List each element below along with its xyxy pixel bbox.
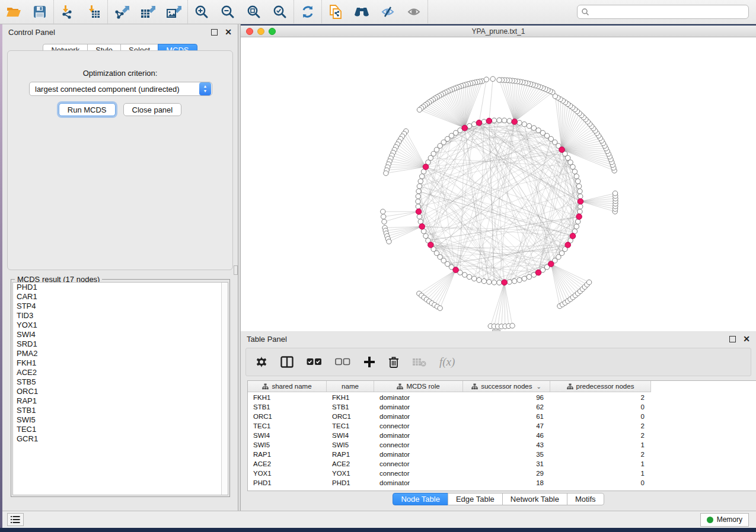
mcds-result-item[interactable]: TEC1 <box>13 425 228 434</box>
table-cell: ORC1 <box>327 413 374 420</box>
table-cell: 96 <box>463 394 550 401</box>
mcds-list-scrollbar[interactable] <box>221 283 228 495</box>
table-cell: ACE2 <box>327 460 374 467</box>
deselect-all-button[interactable] <box>335 358 350 366</box>
show-columns-button[interactable] <box>280 356 294 368</box>
zoom-out-button[interactable] <box>219 3 237 21</box>
mcds-result-item[interactable]: RAP1 <box>13 396 228 406</box>
delete-column-button[interactable] <box>388 356 399 368</box>
gear-icon <box>256 356 267 368</box>
table-row[interactable]: FKH1FKH1dominator962 <box>248 393 756 402</box>
table-cell: YOX1 <box>327 470 374 477</box>
close-panel-icon[interactable]: ✕ <box>225 28 232 36</box>
float-table-panel-icon[interactable] <box>729 336 736 342</box>
mcds-result-item[interactable]: PMA2 <box>13 349 228 358</box>
table-row[interactable]: TEC1TEC1connector472 <box>248 421 756 431</box>
table-row[interactable]: SWI5SWI5connector431 <box>248 440 756 450</box>
column-header-predecessor-nodes[interactable]: predecessor nodes <box>550 381 651 392</box>
task-history-button[interactable] <box>7 513 24 526</box>
zoom-fit-button[interactable] <box>245 3 263 21</box>
clone-network-button[interactable] <box>327 3 344 21</box>
memory-button[interactable]: Memory <box>700 513 749 527</box>
tab-network-table[interactable]: Network Table <box>502 493 567 505</box>
column-header-mcds-role[interactable]: MCDS role <box>374 381 463 392</box>
tab-motifs[interactable]: Motifs <box>567 493 604 505</box>
select-all-button[interactable] <box>307 358 322 366</box>
zoom-selected-icon <box>273 5 287 19</box>
tab-node-table[interactable]: Node Table <box>393 493 448 505</box>
mcds-result-item[interactable]: ORC1 <box>13 387 228 396</box>
mcds-result-item[interactable]: GCR1 <box>13 434 228 444</box>
export-table-button[interactable] <box>139 3 157 21</box>
criterion-dropdown[interactable]: largest connected component (undirected)… <box>29 82 212 96</box>
table-row[interactable]: SWI4SWI4dominator462 <box>248 431 756 440</box>
search-input[interactable] <box>592 8 745 16</box>
mcds-result-item[interactable]: STB5 <box>13 377 228 387</box>
zoom-in-button[interactable] <box>193 3 210 21</box>
column-settings-button[interactable] <box>256 356 267 368</box>
column-header-name[interactable]: name <box>327 381 374 392</box>
save-session-button[interactable] <box>31 3 49 21</box>
main-toolbar <box>0 0 756 24</box>
table-row[interactable]: YOX1YOX1connector291 <box>248 469 756 478</box>
table-cell: ACE2 <box>248 460 327 467</box>
attribute-type-icon <box>397 383 403 390</box>
run-mcds-button[interactable]: Run MCDS <box>59 103 116 116</box>
vertical-splitter-handle[interactable] <box>234 265 238 275</box>
mcds-result-item[interactable]: ACE2 <box>13 368 228 377</box>
memory-status-icon <box>707 517 713 523</box>
table-row[interactable]: ORC1ORC1dominator610 <box>248 412 756 421</box>
mcds-result-item[interactable]: CAR1 <box>13 292 228 302</box>
show-all-button[interactable] <box>405 3 423 21</box>
table-header: shared namenameMCDS rolesuccessor nodes⌄… <box>248 381 651 392</box>
mcds-result-item[interactable]: SRD1 <box>13 339 228 349</box>
mcds-result-item[interactable]: FKH1 <box>13 358 228 368</box>
zoom-selected-button[interactable] <box>271 3 289 21</box>
delete-table-button[interactable] <box>412 357 426 367</box>
import-network-button[interactable] <box>59 3 76 21</box>
sort-indicator-icon: ⌄ <box>536 383 541 390</box>
table-row[interactable]: PHD1PHD1dominator180 <box>248 478 756 488</box>
delete-table-icon <box>412 357 426 367</box>
close-panel-button[interactable]: Close panel <box>123 103 182 116</box>
zoom-in-icon <box>194 5 209 19</box>
mcds-result-list[interactable]: PHD1CAR1STP4TID3YOX1SWI4SRD1PMA2FKH1ACE2… <box>12 282 228 495</box>
table-row[interactable]: STB1STB1dominator620 <box>248 402 756 412</box>
column-header-successor-nodes[interactable]: successor nodes⌄ <box>463 381 550 392</box>
column-header-shared-name[interactable]: shared name <box>248 381 327 392</box>
table-cell: dominator <box>374 432 463 439</box>
node-table: shared namenameMCDS rolesuccessor nodes⌄… <box>247 380 756 491</box>
table-row[interactable]: RAP1RAP1dominator352 <box>248 450 756 459</box>
float-panel-icon[interactable] <box>211 29 218 36</box>
table-cell: ORC1 <box>248 413 327 420</box>
mcds-result-item[interactable]: STB1 <box>13 406 228 415</box>
tab-edge-table[interactable]: Edge Table <box>448 493 503 505</box>
table-cell: 2 <box>550 394 651 401</box>
mcds-result-item[interactable]: SWI4 <box>13 330 228 339</box>
mcds-result-item[interactable]: STP4 <box>13 302 228 311</box>
mcds-result-item[interactable]: YOX1 <box>13 321 228 330</box>
add-column-button[interactable] <box>363 356 375 368</box>
close-table-panel-icon[interactable]: ✕ <box>743 335 750 343</box>
mcds-result-item[interactable]: SWI5 <box>13 415 228 425</box>
export-network-button[interactable] <box>113 3 130 21</box>
refresh-button[interactable] <box>299 3 317 21</box>
hide-selected-button[interactable] <box>379 3 397 21</box>
table-cell: dominator <box>374 403 463 411</box>
network-search-button[interactable] <box>353 3 371 21</box>
table-cell: dominator <box>374 479 463 486</box>
table-cell: 1 <box>550 470 651 477</box>
table-row[interactable]: ACE2ACE2connector311 <box>248 459 756 469</box>
export-image-button[interactable] <box>165 3 183 21</box>
import-table-button[interactable] <box>85 3 103 21</box>
mcds-result-item[interactable]: PHD1 <box>13 283 228 292</box>
plus-icon <box>363 356 375 368</box>
network-graph-canvas[interactable] <box>241 37 756 331</box>
mcds-result-item[interactable]: TID3 <box>13 311 228 321</box>
column-label: name <box>342 383 359 390</box>
function-builder-button[interactable]: f(x) <box>439 355 455 368</box>
eye-slash-icon <box>380 5 395 18</box>
table-cell: connector <box>374 470 463 477</box>
open-session-button[interactable] <box>5 3 23 21</box>
table-cell: 0 <box>550 413 651 420</box>
